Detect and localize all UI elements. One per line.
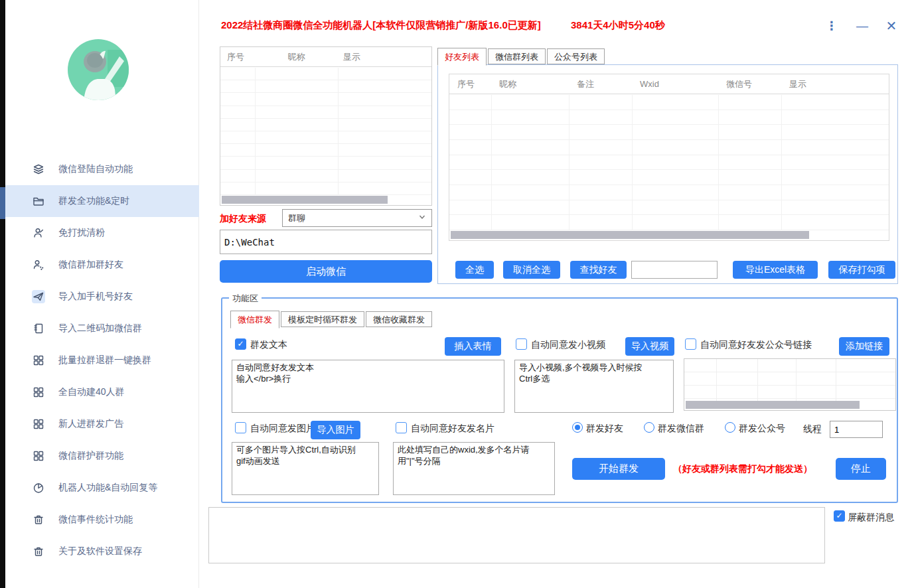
- launch-wechat-button[interactable]: 启动微信: [220, 260, 432, 283]
- friend-search-input[interactable]: [631, 261, 718, 279]
- tab-wechat-mass-send[interactable]: 微信群发: [230, 311, 279, 329]
- auto-card-checkbox[interactable]: [396, 422, 407, 433]
- table-row[interactable]: [449, 170, 889, 185]
- insert-emoji-button[interactable]: 插入表情: [445, 337, 501, 356]
- uptime-counter: 3841天4小时5分40秒: [571, 19, 665, 32]
- tab-wechat-favorites-send[interactable]: 微信收藏群发: [366, 311, 432, 327]
- contact-source-table[interactable]: 序号 昵称 显示: [220, 46, 432, 206]
- sidebar-item-newcomer-ads[interactable]: 新人进群发广告: [5, 408, 199, 440]
- table-row[interactable]: [449, 125, 889, 140]
- mass-text-textarea[interactable]: 自动同意好友发文本 输入</br>换行: [232, 360, 504, 413]
- sidebar-item-wechat-login[interactable]: 微信登陆自动功能: [5, 153, 199, 185]
- sidebar: 微信登陆自动功能 群发全功能&定时 免打扰清粉 微信群加群好友 导入加手机号好友: [5, 0, 199, 588]
- send-to-friends-radio[interactable]: [572, 422, 583, 433]
- send-text-checkbox[interactable]: [235, 338, 246, 350]
- sidebar-item-batch-group-switch[interactable]: 批量拉群退群一键换群: [5, 344, 199, 376]
- column-divider: [569, 95, 570, 230]
- thread-count-input[interactable]: [830, 421, 883, 438]
- grid-icon: [32, 449, 45, 463]
- friend-table[interactable]: 序号 昵称 备注 Wxid 微信号 显示: [449, 74, 889, 241]
- send-to-groups-radio[interactable]: [644, 422, 654, 433]
- link-list-grid[interactable]: [684, 358, 896, 411]
- tab-official-account-list[interactable]: 公众号列表: [547, 48, 605, 64]
- table-row[interactable]: [220, 131, 431, 144]
- save-checked-button[interactable]: 保存打勾项: [828, 261, 895, 279]
- table-row[interactable]: [220, 183, 431, 195]
- tab-template-timed-loop[interactable]: 模板定时循环群发: [281, 311, 364, 327]
- window-menu-icon[interactable]: ⋮: [823, 17, 840, 35]
- table-row[interactable]: [449, 155, 889, 171]
- table-row[interactable]: [449, 95, 889, 110]
- sidebar-item-mass-send[interactable]: 群发全功能&定时: [5, 185, 199, 217]
- sidebar-item-robot-autoreply[interactable]: 机器人功能&自动回复等: [5, 472, 199, 504]
- table-row[interactable]: [220, 119, 431, 131]
- table-row[interactable]: [220, 170, 431, 183]
- wechat-path-input[interactable]: [220, 230, 432, 254]
- table-row[interactable]: [220, 157, 431, 169]
- add-link-button[interactable]: 添加链接: [839, 337, 889, 356]
- sidebar-item-group-add-friends[interactable]: 微信群加群好友: [5, 249, 199, 281]
- table-row[interactable]: [449, 110, 889, 125]
- column-divider: [491, 95, 492, 230]
- export-excel-button[interactable]: 导出Excel表格: [733, 261, 818, 279]
- auto-link-checkbox[interactable]: [685, 338, 696, 350]
- table-row[interactable]: [220, 106, 431, 119]
- column-divider: [757, 359, 758, 401]
- sidebar-item-label: 微信登陆自动功能: [58, 163, 133, 175]
- edge-strip: [0, 0, 5, 588]
- people-icon: [32, 258, 45, 271]
- trash-icon: [32, 545, 45, 558]
- deselect-all-button[interactable]: 取消全选: [503, 261, 560, 279]
- start-mass-send-button[interactable]: 开始群发: [572, 458, 665, 480]
- friend-source-dropdown[interactable]: 群聊: [282, 209, 432, 227]
- auto-image-label: 自动同意发图片: [250, 423, 315, 435]
- table-row[interactable]: [220, 93, 431, 106]
- fieldset-legend: 功能区: [229, 293, 262, 305]
- table-row[interactable]: [449, 140, 889, 155]
- sidebar-item-auto-build-groups[interactable]: 全自动建40人群: [5, 376, 199, 408]
- import-image-button[interactable]: 导入图片: [311, 421, 360, 439]
- send-to-official-radio[interactable]: [725, 422, 735, 433]
- app-title: 2022结社微商圈微信全功能机器人[本软件仅限营销推广/新版16.0已更新]: [221, 19, 541, 32]
- find-friend-button[interactable]: 查找好友: [570, 261, 627, 279]
- table-row[interactable]: [220, 80, 431, 93]
- tab-friend-list[interactable]: 好友列表: [437, 48, 487, 66]
- window-minimize-icon[interactable]: —: [854, 17, 871, 35]
- window-close-icon[interactable]: ✕: [883, 17, 900, 35]
- block-group-msg-checkbox[interactable]: [834, 510, 845, 522]
- table-row[interactable]: [449, 200, 889, 216]
- table-row[interactable]: [220, 144, 431, 157]
- sidebar-item-clean-fans[interactable]: 免打扰清粉: [5, 217, 199, 249]
- select-all-button[interactable]: 全选: [455, 261, 494, 279]
- person-icon: [32, 226, 45, 240]
- import-video-button[interactable]: 导入视频: [625, 337, 674, 356]
- dropdown-value: 群聊: [288, 212, 305, 224]
- column-divider: [338, 68, 339, 195]
- auto-video-checkbox[interactable]: [516, 338, 527, 350]
- table-row[interactable]: [220, 68, 431, 80]
- stop-button[interactable]: 停止: [836, 458, 886, 480]
- column-header: Wxid: [632, 79, 718, 89]
- sidebar-item-group-guard[interactable]: 微信群护群功能: [5, 440, 199, 472]
- column-header: 昵称: [491, 78, 569, 90]
- image-hint-textarea[interactable]: 可多个图片导入按Ctrl,自动识别 gif动画发送: [232, 442, 379, 495]
- auto-image-checkbox[interactable]: [235, 422, 246, 433]
- horizontal-scrollbar[interactable]: [686, 401, 860, 409]
- sidebar-item-label: 群发全功能&定时: [58, 195, 129, 207]
- pie-icon: [32, 481, 45, 494]
- horizontal-scrollbar[interactable]: [451, 231, 809, 239]
- card-hint-textarea[interactable]: 此处填写自己的wxid,发多个名片请 用"|"号分隔: [393, 442, 555, 495]
- sidebar-item-label: 微信群加群好友: [58, 259, 123, 271]
- video-hint-textarea[interactable]: 导入小视频,多个视频导入时候按 Ctrl多选: [514, 360, 674, 413]
- tab-wechat-group-list[interactable]: 微信群列表: [488, 48, 546, 64]
- table-row[interactable]: [449, 185, 889, 200]
- log-output-box[interactable]: [208, 507, 825, 563]
- sidebar-item-event-stats[interactable]: 微信事件统计功能: [5, 504, 199, 536]
- sidebar-item-import-phone-friends[interactable]: 导入加手机号好友: [5, 281, 199, 313]
- thread-label: 线程: [803, 423, 822, 435]
- sidebar-item-import-qrcode-groups[interactable]: 导入二维码加微信群: [5, 313, 199, 344]
- sidebar-item-about-settings[interactable]: 关于及软件设置保存: [5, 536, 199, 567]
- horizontal-scrollbar[interactable]: [222, 196, 388, 204]
- table-row[interactable]: [449, 215, 889, 230]
- column-divider: [255, 68, 256, 195]
